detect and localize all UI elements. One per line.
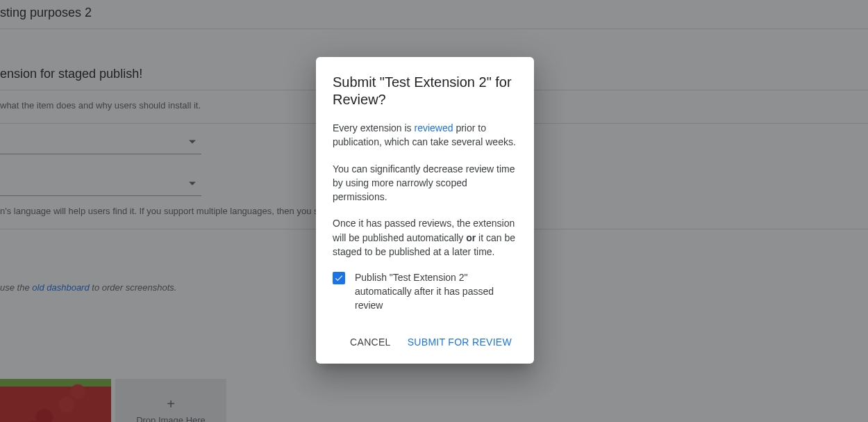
dialog-paragraph-2: You can significantly decrease review ti…	[333, 162, 517, 204]
submit-review-dialog: Submit "Test Extension 2" for Review? Ev…	[316, 57, 534, 364]
auto-publish-checkbox[interactable]	[333, 272, 345, 284]
dialog-paragraph-1: Every extension is reviewed prior to pub…	[333, 121, 517, 149]
cancel-button[interactable]: CANCEL	[344, 332, 397, 352]
submit-for-review-button[interactable]: SUBMIT FOR REVIEW	[402, 332, 517, 352]
auto-publish-label: Publish "Test Extension 2" automatically…	[355, 271, 517, 312]
dialog-title: Submit "Test Extension 2" for Review?	[333, 74, 517, 108]
check-icon	[334, 273, 344, 283]
reviewed-link[interactable]: reviewed	[415, 122, 453, 133]
dialog-p1-before: Every extension is	[333, 122, 415, 133]
dialog-paragraph-3: Once it has passed reviews, the extensio…	[333, 216, 517, 259]
dialog-p3-strong: or	[466, 232, 476, 243]
